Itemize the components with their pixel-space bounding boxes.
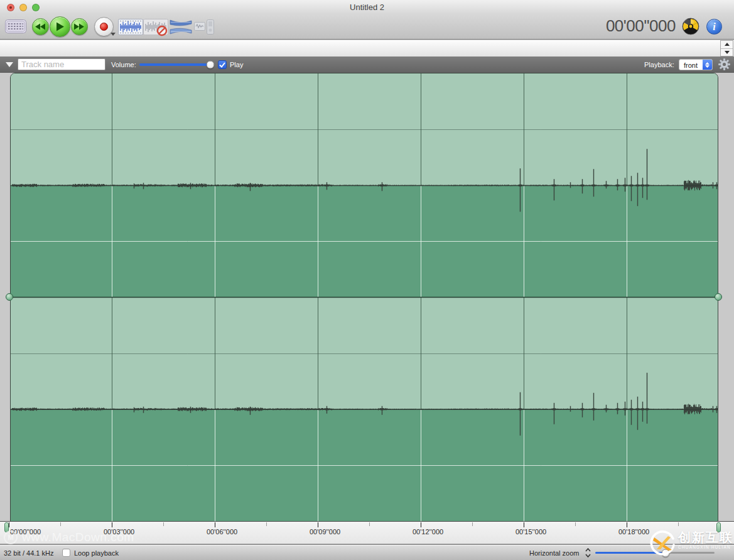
select-stepper-icon	[703, 60, 712, 70]
zoom-button[interactable]	[32, 4, 40, 11]
scroll-up-button[interactable]	[721, 41, 733, 48]
horizontal-zoom-knob[interactable]	[662, 549, 670, 557]
track-header: Volume: Play Playback: front	[0, 57, 734, 73]
ruler-tick-minor	[472, 522, 473, 526]
audio-format-label: 32 bit / 44.1 kHz	[4, 549, 54, 557]
ruler-time-label: 00'12''000	[413, 528, 443, 536]
ruler-tick-minor	[369, 522, 370, 526]
gear-button[interactable]	[718, 58, 730, 70]
ruler-tick-major	[215, 522, 215, 527]
time-ruler[interactable]: 00'00''00000'03''00000'06''00000'09''000…	[0, 521, 734, 544]
checkmark-icon	[219, 62, 225, 68]
horizontal-zoom-stepper[interactable]	[585, 548, 591, 557]
crossfade-icon	[170, 19, 192, 35]
arrow-up-icon	[725, 43, 730, 46]
scroll-strip	[0, 40, 734, 57]
volume-slider-knob[interactable]	[207, 61, 215, 69]
waveform-disabled-button	[143, 19, 168, 36]
playback-label: Playback:	[644, 61, 674, 68]
ruler-tick-major	[9, 522, 9, 527]
loop-playback-label: Loop playback	[74, 549, 119, 557]
play-button[interactable]	[50, 16, 70, 37]
burn-button[interactable]	[682, 18, 699, 35]
device-export-button	[193, 18, 215, 36]
burn-icon	[682, 18, 699, 35]
tape-strip-icon	[5, 19, 26, 33]
window-title: Untitled 2	[0, 3, 734, 12]
waveform-disabled-icon	[143, 19, 168, 36]
ruler-tick-major	[112, 522, 112, 527]
ruler-tick-major	[524, 522, 524, 527]
ruler-time-label: 00'15''000	[515, 528, 546, 536]
toolbar: Untitled 2	[0, 0, 734, 40]
selection-marker-right[interactable]	[716, 522, 721, 532]
stereo-waveform-canvas[interactable]	[11, 73, 718, 521]
rewind-button[interactable]	[32, 18, 49, 35]
ruler-tick-minor	[678, 522, 679, 526]
fast-forward-icon	[74, 23, 85, 30]
ruler-tick-major	[421, 522, 421, 527]
record-dropdown-caret-icon[interactable]	[111, 33, 116, 36]
tape-strip-button[interactable]	[5, 19, 26, 33]
volume-label: Volume:	[111, 61, 136, 68]
chevron-up-icon	[585, 548, 591, 552]
play-checkbox-label: Play	[230, 61, 243, 68]
vertical-scroll-stepper	[720, 40, 733, 57]
scroll-down-button[interactable]	[721, 48, 733, 57]
close-button[interactable]	[7, 4, 14, 11]
info-button[interactable]: i	[706, 19, 722, 35]
selection-marker-left[interactable]	[4, 522, 9, 532]
chevron-down-icon	[585, 554, 591, 557]
ruler-tick-minor	[575, 522, 576, 526]
disclosure-triangle-icon[interactable]	[6, 62, 13, 67]
ruler-tick-major	[627, 522, 627, 527]
waveform-icon	[118, 19, 143, 35]
playback-select[interactable]: front	[679, 59, 713, 70]
horizontal-zoom-label: Horizontal zoom	[529, 549, 579, 557]
status-bar: 32 bit / 44.1 kHz Loop playback Horizont…	[0, 544, 734, 560]
record-dot-icon	[100, 23, 108, 31]
horizontal-zoom-slider[interactable]	[595, 552, 715, 554]
ruler-time-label: 00'06''000	[207, 528, 237, 536]
ruler-time-label: 00'09''000	[310, 528, 340, 536]
volume-slider[interactable]	[139, 63, 213, 66]
app-window: Untitled 2	[0, 0, 734, 560]
channel-split-handle-right[interactable]	[715, 293, 722, 301]
loop-playback-checkbox[interactable]	[62, 549, 70, 557]
ruler-tick-major	[318, 522, 318, 527]
minimize-button[interactable]	[19, 4, 27, 11]
play-checkbox[interactable]	[218, 60, 227, 69]
play-icon	[56, 22, 65, 31]
rewind-icon	[35, 23, 46, 30]
ruler-time-label: 00'18''000	[618, 528, 649, 536]
channel-split-handle-left[interactable]	[6, 293, 13, 301]
waveform-button[interactable]	[118, 19, 143, 35]
ruler-time-label: 00'03''000	[104, 528, 134, 536]
device-export-icon	[193, 18, 215, 36]
ruler-tick-minor	[266, 522, 267, 526]
playback-select-value: front	[684, 62, 698, 69]
ruler-time-label: 00'00''000	[10, 528, 41, 536]
unsaved-dot-icon	[9, 6, 12, 9]
ruler-tick-minor	[163, 522, 164, 526]
fast-forward-button[interactable]	[71, 18, 88, 35]
time-display: 00'00''000	[596, 16, 676, 36]
crossfade-button[interactable]	[170, 19, 192, 35]
gear-icon	[718, 58, 730, 70]
ruler-tick-minor	[60, 522, 61, 526]
arrow-down-icon	[725, 51, 730, 54]
waveform-area[interactable]	[10, 73, 718, 522]
track-name-input[interactable]	[18, 58, 105, 70]
